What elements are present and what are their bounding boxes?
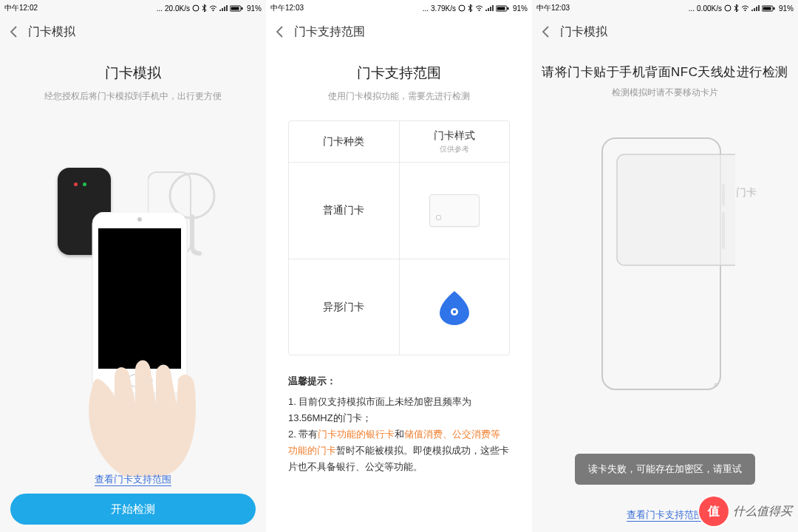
back-icon[interactable] [539,25,553,38]
svg-rect-15 [507,7,508,10]
screen-card-simulation-intro: 中午12:02 ... 20.0K/s 91% 门卡模拟 门卡模拟 经您授权后将… [0,0,266,532]
tips-section: 温馨提示： 1. 目前仅支持模拟市面上未经加密且频率为13.56MHZ的门卡； … [288,373,510,476]
svg-point-18 [725,5,731,11]
nav-title: 门卡支持范围 [294,24,365,40]
wifi-icon [209,5,217,12]
svg-rect-14 [497,7,505,10]
svg-point-17 [453,310,456,313]
battery-icon [230,5,243,12]
card-drop-icon [438,290,471,325]
nav-title: 门卡模拟 [28,24,75,40]
support-table: 门卡种类 门卡样式仅供参考 普通门卡 异形门卡 [288,120,510,355]
page-title: 门卡模拟 [0,64,266,83]
status-time: 中午12:03 [270,3,304,13]
nav-bar: 门卡模拟 [0,16,266,47]
nfc-card-label: 门卡 [736,186,757,200]
start-detect-button[interactable]: 开始检测 [10,494,256,525]
page-title: 请将门卡贴于手机背面NFC天线处进行检测 [532,64,798,81]
card-sample-rect [400,163,510,259]
svg-rect-21 [763,7,771,10]
bt-icon [202,4,207,12]
watermark-badge-icon: 值 [699,497,729,526]
status-speed: 3.79K/s [431,4,456,13]
svg-rect-27 [617,154,735,265]
error-toast: 读卡失败，可能存在加密区，请重试 [575,454,755,485]
nfc-illustration: 门卡 [532,114,798,432]
table-header-row: 门卡种类 门卡样式仅供参考 [289,121,509,163]
watermark-text: 什么值得买 [733,504,792,519]
signal-icon [219,5,228,12]
svg-point-6 [170,174,214,218]
svg-rect-4 [241,7,242,10]
tips-heading: 温馨提示： [288,373,510,389]
svg-point-19 [744,10,746,11]
support-range-link[interactable]: 查看门卡支持范围 [0,473,266,486]
page-subtitle: 检测模拟时请不要移动卡片 [532,86,798,99]
svg-rect-22 [773,7,774,10]
page-subtitle: 使用门卡模拟功能，需要先进行检测 [266,90,532,120]
table-header-type: 门卡种类 [289,121,400,162]
status-speed: 0.00K/s [697,4,722,13]
table-header-style: 门卡样式仅供参考 [400,121,510,162]
nav-bar: 门卡支持范围 [266,16,532,47]
table-row: 异形门卡 [289,259,509,355]
svg-rect-8 [98,228,181,369]
screen-nfc-detect: 中午12:03 ... 0.00K/s 91% 门卡模拟 请将门卡贴于手机背面N… [532,0,798,532]
page-subtitle: 经您授权后将门卡模拟到手机中，出行更方便 [0,90,266,103]
status-bar: 中午12:03 ... 3.79K/s 91% [266,0,532,16]
phone-outline-icon [595,132,735,413]
status-time: 中午12:03 [536,3,570,13]
svg-point-11 [459,5,465,11]
svg-point-1 [212,10,214,11]
page-title: 门卡支持范围 [266,47,532,83]
tip-item: 2. 带有门卡功能的银行卡和储值消费、公交消费等功能的门卡暂时不能被模拟。即使模… [288,426,510,475]
watermark: 值 什么值得买 [699,497,792,526]
svg-point-12 [478,10,480,11]
card-type-normal: 普通门卡 [289,163,400,259]
status-battery-pct: 91% [247,4,262,13]
svg-rect-3 [231,7,239,10]
illustration [0,116,266,441]
back-icon[interactable] [273,25,287,38]
card-rect-icon [429,194,480,227]
sync-icon [192,4,200,12]
status-speed: 20.0K/s [165,4,190,13]
nav-bar: 门卡模拟 [532,16,798,47]
card-sample-drop [400,259,510,355]
back-icon[interactable] [7,25,21,38]
status-time: 中午12:02 [4,3,38,13]
svg-point-9 [137,217,142,222]
status-icons [192,4,243,12]
status-bar: 中午12:02 ... 20.0K/s 91% [0,0,266,16]
hand-holding-phone-icon [85,212,203,478]
card-type-irregular: 异形门卡 [289,259,400,355]
status-bar: 中午12:03 ... 0.00K/s 91% [532,0,798,16]
tip-item: 1. 目前仅支持模拟市面上未经加密且频率为13.56MHZ的门卡； [288,394,510,426]
nav-title: 门卡模拟 [560,24,607,40]
table-row: 普通门卡 [289,163,509,259]
screen-support-range: 中午12:03 ... 3.79K/s 91% 门卡支持范围 门卡支持范围 使用… [266,0,532,532]
svg-point-0 [193,5,199,11]
